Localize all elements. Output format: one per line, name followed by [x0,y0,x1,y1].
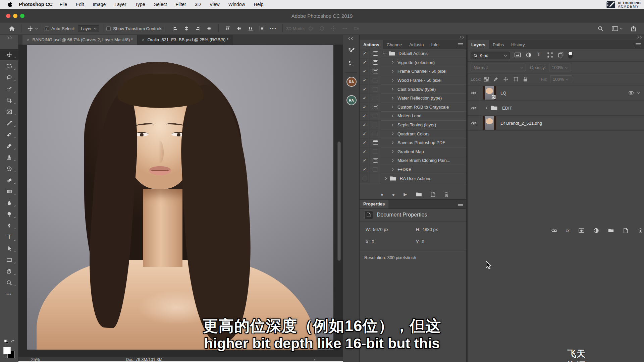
chevron-right-icon[interactable] [391,159,393,162]
align-button-7[interactable] [248,26,253,31]
menu-item-select[interactable]: Select [150,2,171,7]
chevron-right-icon[interactable] [391,70,393,73]
lock-all-icon[interactable] [523,77,527,82]
app-menu-photoshop[interactable]: Photoshop CC [19,2,53,7]
tool-hand[interactable] [0,265,18,277]
layer-name[interactable]: LQ [500,90,506,96]
tab-info[interactable]: Info [428,40,442,49]
tab-channe[interactable]: Channe [383,40,406,49]
new-set-folder-icon[interactable] [416,192,422,197]
action-row[interactable]: ✓Gradient Map [360,147,466,157]
action-row[interactable]: ✓Cast Shadow (type) [360,85,466,94]
panel-menu-icon[interactable] [458,203,463,206]
tool-eyedropper[interactable] [0,117,18,129]
action-row[interactable]: ✓Water Reflection (type) [360,94,466,103]
chevron-right-icon[interactable] [384,177,387,180]
action-enabled-checkbox[interactable]: ✓ [360,85,370,94]
action-row[interactable]: ✓Vignette (selection) [360,58,466,67]
workspace-chevron-icon[interactable] [620,26,623,29]
3d-mode-button-3[interactable] [331,26,336,31]
chevron-right-icon[interactable] [391,150,393,153]
share-icon[interactable] [630,26,637,32]
filter-adjustment-layers-icon[interactable] [526,52,531,58]
close-tab-icon[interactable]: × [142,37,145,42]
action-enabled-checkbox[interactable]: ✓ [360,147,370,157]
menu-item-view[interactable]: View [205,2,224,7]
layer-row-lq[interactable]: LQ [468,85,644,101]
opacity-value[interactable]: 100% [549,64,571,71]
action-dialog-toggle[interactable] [370,85,381,94]
layer-row-edit[interactable]: EDIT [468,101,644,116]
action-dialog-toggle[interactable] [370,112,381,121]
tool-clone-stamp[interactable] [0,152,18,163]
layer-name[interactable]: Dr Brandt_2_521.dng [500,121,542,126]
action-row[interactable]: ✓++D&B [360,165,466,174]
layer-style-fx-icon[interactable]: fx [566,228,570,233]
toolbar-collapse-icon[interactable] [0,35,18,39]
align-button-3[interactable] [195,26,201,31]
more-options-icon[interactable]: ••• [270,26,277,31]
tool-move[interactable] [0,49,18,60]
home-icon[interactable] [9,26,15,32]
chevron-right-icon[interactable] [391,123,393,126]
delete-layer-icon[interactable] [638,228,643,233]
panel-menu-icon[interactable] [636,43,641,46]
layer-thumbnail[interactable] [483,86,496,100]
new-action-icon[interactable] [431,192,435,197]
lock-transparency-icon[interactable] [484,77,489,82]
document-tab-2[interactable]: ×Oralia_521_F3_BB.psd @ 25% (RGB/8) * [138,35,233,45]
action-dialog-toggle[interactable] [370,121,381,130]
chevron-right-icon[interactable] [391,168,393,171]
layer-visibility-toggle[interactable] [468,85,480,100]
3d-mode-button-4[interactable] [342,26,347,31]
tool-spot-healing-brush[interactable] [0,129,18,140]
menu-item-window[interactable]: Window [224,2,250,7]
tab-paths[interactable]: Paths [489,40,507,49]
close-tab-icon[interactable]: × [27,37,30,42]
add-mask-icon[interactable] [579,228,584,233]
chevron-right-icon[interactable] [391,88,393,90]
stop-playing-icon[interactable]: ■ [381,192,383,196]
tool-rectangular-marquee[interactable] [0,60,18,72]
action-row[interactable]: RA User Actions [360,174,466,183]
action-dialog-toggle[interactable] [370,129,381,138]
align-button-8[interactable] [259,26,265,31]
ra-panel-button-2[interactable]: RA [343,94,360,107]
action-row[interactable]: ✓Mixer Brush Cloning Pain... [360,156,466,165]
3d-mode-button-1[interactable] [308,26,313,31]
filter-shape-layers-icon[interactable] [547,52,553,58]
apple-icon[interactable] [7,2,13,7]
action-dialog-toggle[interactable] [370,174,381,183]
action-dialog-toggle[interactable] [370,165,381,174]
lock-pixels-icon[interactable] [493,77,498,82]
chevron-right-icon[interactable] [391,79,393,81]
workspace-icon[interactable] [612,26,618,32]
filter-kind-dropdown[interactable]: Kind [471,52,509,59]
chevron-right-icon[interactable] [391,115,393,117]
menu-item-edit[interactable]: Edit [71,2,88,7]
3d-mode-button-5[interactable] [354,26,359,31]
tool-lasso[interactable] [0,72,18,83]
panel-menu-icon[interactable] [458,43,463,46]
brush-settings-panel-button[interactable] [343,44,360,57]
action-enabled-checkbox[interactable]: ✓ [360,76,370,85]
action-enabled-checkbox[interactable]: ✓ [360,138,370,147]
chevron-right-icon[interactable] [391,141,393,144]
new-layer-icon[interactable] [623,228,629,233]
chevron-down-icon[interactable] [637,91,640,94]
action-enabled-checkbox[interactable]: ✓ [360,165,370,174]
tab-properties[interactable]: Properties [360,200,388,208]
action-dialog-toggle[interactable] [370,156,381,165]
action-row[interactable]: ✓Sepia Toning (layer) [360,121,466,130]
tool-gradient[interactable] [0,186,18,197]
document-tab-1[interactable]: ×BANDING.psd @ 66.7% (Curves 2, Layer Ma… [22,35,138,45]
tool-edit-toolbar[interactable]: ••• [0,288,18,300]
filter-type-layers-icon[interactable]: T [537,51,544,57]
layer-name[interactable]: EDIT [502,106,512,111]
action-dialog-toggle[interactable] [370,138,381,147]
action-dialog-toggle[interactable] [370,103,381,112]
blend-mode-dropdown[interactable]: Normal [471,64,526,71]
tool-rectangle[interactable] [0,254,18,265]
tab-actions[interactable]: Actions [360,40,383,49]
tool-blur[interactable] [0,197,18,208]
